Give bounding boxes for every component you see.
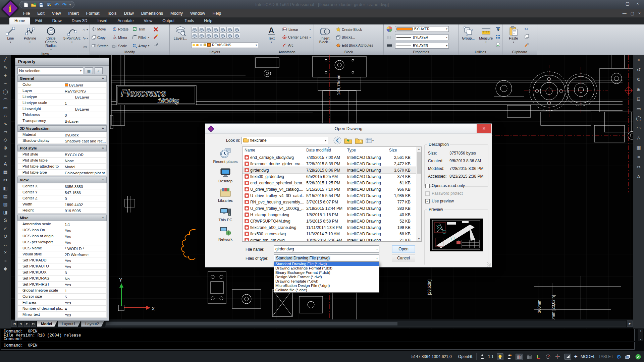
property-row[interactable]: Transparency ByLayer: [17, 118, 107, 124]
file-row[interactable]: flexcrane_500_crane.dwg 11/11/2014 1:08 …: [243, 224, 421, 231]
views-icon[interactable]: ▾: [366, 138, 374, 143]
tablet-toggle[interactable]: TABLET: [598, 354, 613, 359]
horizontal-scrollbar[interactable]: [105, 321, 626, 326]
property-row[interactable]: Number of decimal pla... 4: [17, 306, 107, 312]
resize-grip[interactable]: [487, 262, 491, 266]
property-row[interactable]: Material ByBlock: [17, 132, 107, 138]
tool-icon[interactable]: ◧: [1, 185, 9, 191]
file-name-input[interactable]: girder.dwg▾: [274, 245, 379, 253]
erase-icon[interactable]: [153, 27, 158, 33]
line-button[interactable]: Line▾: [2, 25, 19, 51]
column-name[interactable]: Name: [243, 147, 304, 154]
paste-button[interactable]: Paste▾: [504, 25, 523, 49]
property-row[interactable]: Thickness 0: [17, 112, 107, 118]
type-option[interactable]: Binary Exchange Format (*.dxb): [274, 270, 379, 275]
linear-dimension-button[interactable]: Linear▾: [282, 26, 311, 32]
property-row[interactable]: Mirror text Yes: [17, 312, 107, 318]
selection-dropdown[interactable]: No selection▾: [17, 67, 83, 74]
file-row[interactable]: girder_top_4m.dwg 10/29/2014 6:36 AM Int…: [243, 237, 421, 242]
menu-item[interactable]: Draw: [120, 9, 138, 17]
edit-block-attributes-button[interactable]: Edit Block Attributes: [336, 43, 373, 48]
menu-item[interactable]: Tools: [103, 9, 120, 17]
entity-snap-icon[interactable]: [506, 354, 513, 360]
next-tab-icon[interactable]: ▶: [24, 320, 30, 327]
look-in-dropdown[interactable]: flexcrane▾: [241, 137, 328, 144]
property-row[interactable]: Set PICKBOX 3: [17, 269, 107, 276]
property-row[interactable]: Plot style table None: [17, 158, 107, 164]
menu-item[interactable]: Window: [186, 9, 209, 17]
minimize-icon[interactable]: —: [612, 0, 623, 7]
type-option[interactable]: MicroStation Design File (*.dgn): [274, 284, 379, 288]
tool-icon[interactable]: ✂: [635, 164, 643, 170]
tool-icon[interactable]: ✂: [1, 177, 9, 183]
new-folder-icon[interactable]: [355, 137, 363, 145]
property-row[interactable]: Plot table attached to Model: [17, 164, 107, 170]
measure-button[interactable]: Measure▾: [478, 25, 494, 49]
tool-icon[interactable]: ↔: [1, 241, 9, 247]
layer-select[interactable]: REVISIONS ▾: [191, 42, 258, 48]
model-space-toggle[interactable]: MODEL: [581, 354, 595, 359]
menu-item[interactable]: Modify: [167, 9, 186, 17]
polygon-tool-icon[interactable]: ⌂ ▾: [83, 27, 88, 33]
tool-icon[interactable]: A: [635, 174, 643, 180]
create-block-button[interactable]: Create Block: [336, 26, 373, 32]
ribbon-tab[interactable]: Edit: [30, 17, 47, 24]
layer-tool-button[interactable]: [219, 27, 226, 33]
property-row[interactable]: Center X 6056.3353: [17, 183, 107, 189]
ribbon-tab[interactable]: View: [139, 17, 157, 24]
tool-icon[interactable]: ▦: [635, 144, 643, 150]
insert-block-button[interactable]: Insert Block...: [316, 25, 334, 49]
layout-tab[interactable]: Model: [37, 321, 57, 327]
copy-button[interactable]: Copy: [92, 35, 108, 40]
tool-icon[interactable]: ▭: [635, 106, 643, 112]
ortho-icon[interactable]: [536, 354, 542, 359]
file-row[interactable]: CRWPSUPTO4M.dwg 1/6/2015 6:58 PM Intelli…: [243, 218, 421, 224]
audit-icon[interactable]: [496, 42, 500, 48]
property-row[interactable]: Global linetype scale 1: [17, 288, 107, 294]
array-button[interactable]: Array▾: [132, 43, 149, 49]
linetype-icon[interactable]: [386, 35, 392, 41]
grid-icon[interactable]: [526, 354, 533, 360]
property-row[interactable]: Cursor size 5: [17, 294, 107, 300]
file-row[interactable]: flex500_curves.dwg 11/3/2014 7:10 AM Int…: [243, 231, 421, 237]
column-size[interactable]: Size: [387, 147, 416, 154]
type-option[interactable]: Drawing Exchange Format (*.dxf): [274, 266, 379, 270]
quick-select-icon[interactable]: ✓: [95, 67, 103, 74]
ribbon-tab[interactable]: Insert: [92, 17, 112, 24]
first-tab-icon[interactable]: |◀: [11, 320, 17, 327]
group-button[interactable]: Group...: [461, 25, 476, 49]
mdi-restore-icon[interactable]: ▢: [631, 11, 634, 16]
tool-icon[interactable]: ×: [1, 249, 9, 255]
layer-tool-button[interactable]: [205, 27, 212, 33]
tool-icon[interactable]: ◯: [1, 88, 9, 95]
dialog-close-icon[interactable]: ✕: [477, 124, 491, 133]
file-list-scrollbar[interactable]: ▲ ▼: [416, 147, 421, 241]
file-row[interactable]: end_carriage_spherical_bear... 5/26/2015…: [243, 180, 421, 186]
select-entities-icon[interactable]: ▦: [85, 67, 93, 74]
file-row[interactable]: flex500_girder.dwg 6/5/2015 6:25 AM Inte…: [243, 173, 421, 180]
property-row[interactable]: Set PICKFIRST Yes: [17, 282, 107, 288]
tool-icon[interactable]: ≈: [1, 257, 9, 263]
password-protect-checkbox[interactable]: Password protect: [425, 191, 463, 196]
layers-button[interactable]: Layers...: [171, 25, 190, 49]
arc-dimension-button[interactable]: Arc: [282, 43, 311, 48]
read-only-checkbox[interactable]: Open as read-only: [425, 183, 465, 188]
property-combo[interactable]: BYLAYER▾: [395, 43, 449, 49]
file-row[interactable]: H_clamp_hanger.dwg 1/8/2015 1:15 PM Inte…: [243, 212, 421, 218]
tool-icon[interactable]: ⊕: [1, 145, 9, 151]
tool-icon[interactable]: ✓: [1, 225, 9, 231]
tool-icon[interactable]: ↺: [635, 67, 643, 73]
type-option[interactable]: Drawing Template (*.dwt): [274, 279, 379, 284]
ribbon-tab[interactable]: Output: [157, 17, 179, 24]
file-row[interactable]: RN_pvc_housing_assembly.... 3/7/2015 6:0…: [243, 199, 421, 205]
polar-icon[interactable]: [545, 354, 551, 360]
menu-item[interactable]: Format: [83, 9, 103, 17]
snap-grid-icon[interactable]: [516, 354, 523, 360]
annotation-scale-label[interactable]: 1:1: [488, 354, 494, 359]
property-row[interactable]: Linetype scale 1: [17, 100, 107, 106]
filter-icon[interactable]: [496, 26, 500, 33]
tool-icon[interactable]: S: [1, 217, 9, 223]
back-icon[interactable]: [333, 136, 341, 145]
polyline-button[interactable]: Polyline▾: [21, 25, 39, 51]
ribbon-tab[interactable]: Help: [199, 17, 217, 24]
